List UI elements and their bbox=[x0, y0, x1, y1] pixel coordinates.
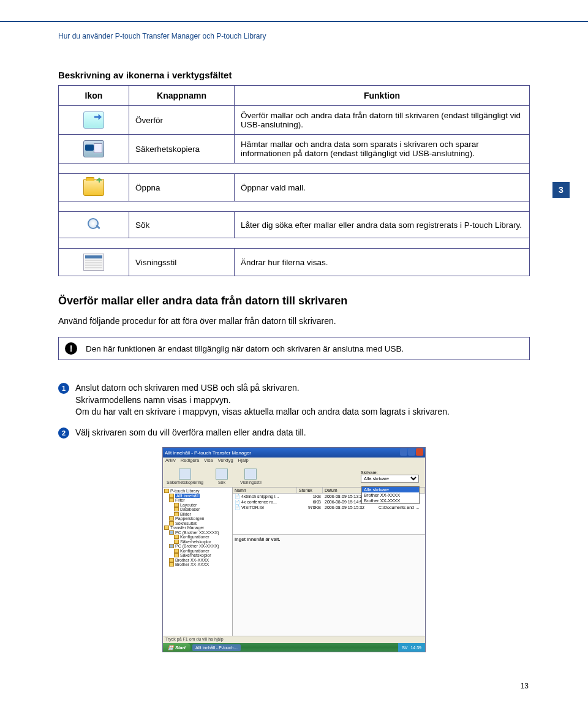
open-folder-icon bbox=[83, 179, 104, 196]
view-style-icon bbox=[83, 254, 104, 271]
toolbar-viewstyle-button[interactable]: Visningsstil bbox=[240, 469, 262, 484]
taskbar[interactable]: 🪟 Start Allt innhåll - P-touch… SV 14:39 bbox=[163, 643, 425, 652]
step-number-icon: 2 bbox=[58, 428, 69, 439]
table-row: Säkerhetskopiera Hämtar mallar och andra… bbox=[59, 135, 530, 164]
folder-tree[interactable]: P-touch LibraryAllt innehållFilterLayout… bbox=[163, 488, 233, 643]
breadcrumb: Hur du använder P-touch Transfer Manager… bbox=[58, 32, 530, 40]
section-body-text: Använd följande procedur för att föra öv… bbox=[58, 316, 530, 326]
th-icon: Ikon bbox=[59, 86, 129, 106]
toolbar-backup-button[interactable]: Säkerhetskopiering bbox=[167, 469, 203, 484]
window-titlebar: Allt innehåll - P-touch Transfer Manager bbox=[163, 448, 425, 458]
table-row: Överför Överför mallar och andra data fr… bbox=[59, 106, 530, 135]
section-heading: Överför mallar eller andra data från dat… bbox=[58, 295, 530, 307]
start-button[interactable]: 🪟 Start bbox=[163, 643, 190, 652]
window-title: Allt innehåll - P-touch Transfer Manager bbox=[165, 450, 251, 456]
chapter-tab: 3 bbox=[552, 182, 570, 198]
backup-icon bbox=[83, 140, 104, 157]
table-row: Öppna Öppnar vald mall. bbox=[59, 174, 530, 202]
transfer-icon bbox=[83, 111, 104, 129]
step-number-icon: 1 bbox=[58, 383, 69, 394]
table-row: Visningsstil Ändrar hur filerna visas. bbox=[59, 249, 530, 276]
printer-dropdown-list[interactable]: Alla skrivare Brother XX-XXXX Brother XX… bbox=[361, 486, 420, 504]
preview-pane: Inget innehåll är valt. bbox=[233, 534, 425, 643]
printer-select[interactable]: Alla skrivare bbox=[361, 475, 419, 483]
note-box: ! Den här funktionen är endast tillgängl… bbox=[58, 337, 530, 360]
page-number: 13 bbox=[58, 682, 530, 690]
table-row: Sök Låter dig söka efter mallar eller an… bbox=[59, 212, 530, 238]
search-icon bbox=[86, 217, 102, 233]
step-1: 1 Anslut datorn och skrivaren med USB oc… bbox=[58, 382, 530, 418]
status-bar: Tryck på F1 om du vill ha hjälp bbox=[163, 636, 425, 643]
table-caption: Beskrivning av ikonerna i verktygsfältet bbox=[58, 70, 530, 80]
th-function: Funktion bbox=[235, 86, 530, 106]
window-controls[interactable] bbox=[399, 448, 423, 457]
note-text: Den här funktionen är endast tillgänglig… bbox=[86, 344, 404, 353]
app-screenshot: Allt innehåll - P-touch Transfer Manager… bbox=[162, 447, 426, 652]
system-tray[interactable]: SV 14:39 bbox=[398, 643, 425, 652]
icon-description-table: Ikon Knappnamn Funktion Överför Överför … bbox=[58, 85, 530, 276]
th-name: Knappnamn bbox=[129, 86, 235, 106]
step-2: 2 Välj skrivaren som du vill överföra ma… bbox=[58, 427, 530, 439]
taskbar-button[interactable]: Allt innhåll - P-touch… bbox=[192, 644, 241, 651]
important-icon: ! bbox=[65, 342, 77, 355]
toolbar-search-button[interactable]: Sök bbox=[216, 469, 228, 484]
app-toolbar: Säkerhetskopiering Sök Visningsstil Skri… bbox=[163, 465, 425, 488]
printer-label: Skrivare: bbox=[361, 470, 419, 475]
menu-bar[interactable]: Arkiv Redigera Visa Verktyg Hjälp bbox=[163, 458, 425, 465]
